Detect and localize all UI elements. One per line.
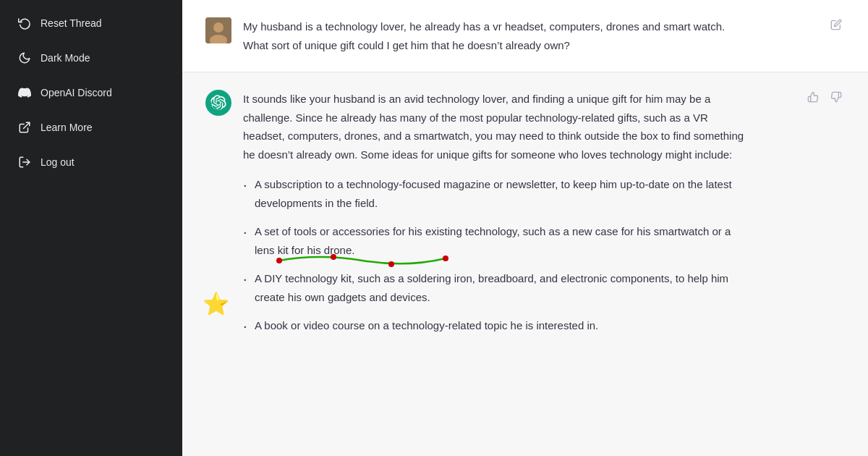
ai-avatar <box>205 90 231 116</box>
sidebar-item-reset-thread-label: Reset Thread <box>41 17 102 29</box>
reset-thread-icon <box>17 16 32 30</box>
user-avatar <box>205 17 231 43</box>
sidebar: Reset Thread Dark Mode OpenAI Discord Le… <box>0 0 182 456</box>
user-message-actions <box>827 17 845 35</box>
sidebar-item-learn-more[interactable]: Learn More <box>6 111 176 143</box>
ai-message-list: A subscription to a technology-focused m… <box>243 172 749 338</box>
list-item: A book or video course on a technology-r… <box>243 313 749 338</box>
list-item: A set of tools or accessories for his ex… <box>243 219 749 262</box>
svg-point-3 <box>213 22 224 33</box>
ai-message: It sounds like your husband is an avid t… <box>182 72 868 360</box>
user-message-text: My husband is a technology lover, he alr… <box>243 20 725 51</box>
list-item-text: A set of tools or accessories for his ex… <box>255 225 731 256</box>
thumbup-button[interactable] <box>804 90 822 107</box>
sidebar-item-log-out[interactable]: Log out <box>6 146 176 178</box>
learn-more-icon <box>17 120 32 135</box>
star-decoration: ⭐ <box>203 285 229 322</box>
svg-point-5 <box>276 258 282 263</box>
sidebar-item-reset-thread[interactable]: Reset Thread <box>6 7 176 39</box>
sidebar-item-log-out-label: Log out <box>41 156 75 168</box>
edit-message-button[interactable] <box>827 17 845 35</box>
ai-message-content: It sounds like your husband is an avid t… <box>243 90 749 342</box>
sidebar-item-openai-discord[interactable]: OpenAI Discord <box>6 77 176 109</box>
user-message: ❤️ My husband is a technology lover, he … <box>182 0 868 72</box>
user-message-content: My husband is a technology lover, he alr… <box>243 17 749 54</box>
log-out-icon <box>17 155 32 169</box>
list-item: A subscription to a technology-focused m… <box>243 172 749 215</box>
svg-line-0 <box>24 122 30 128</box>
ai-message-intro: It sounds like your husband is an avid t… <box>243 90 749 164</box>
sidebar-item-dark-mode[interactable]: Dark Mode <box>6 42 176 74</box>
main-content: ❤️ My husband is a technology lover, he … <box>182 0 868 456</box>
ai-message-actions <box>804 90 845 107</box>
list-item: A DIY technology kit, such as a solderin… <box>243 266 749 309</box>
discord-icon <box>17 85 32 100</box>
sidebar-item-dark-mode-label: Dark Mode <box>41 52 90 64</box>
dark-mode-icon <box>17 51 32 65</box>
sidebar-item-learn-more-label: Learn More <box>41 122 93 133</box>
svg-point-8 <box>443 256 448 261</box>
sidebar-item-openai-discord-label: OpenAI Discord <box>41 87 112 98</box>
thumbdown-button[interactable] <box>827 90 845 107</box>
